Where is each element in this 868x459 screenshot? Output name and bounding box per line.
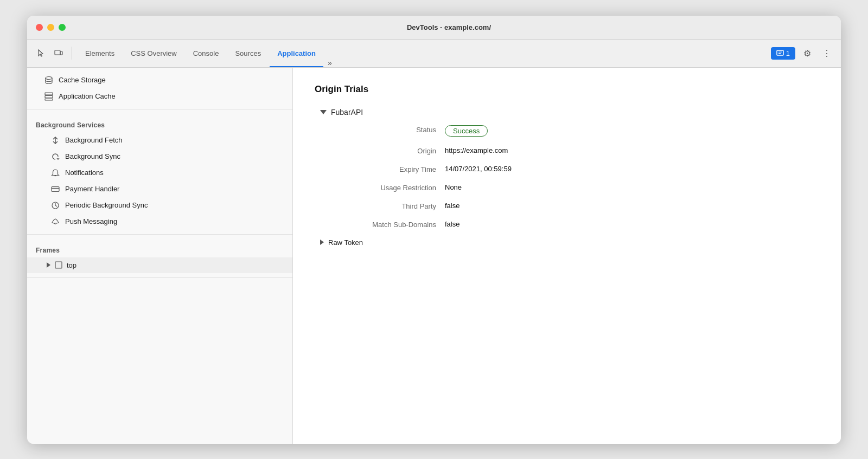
periodic-background-sync-icon [51,201,60,210]
usage-restriction-label: Usage Restriction [336,183,445,192]
sidebar-item-periodic-background-sync[interactable]: Periodic Background Sync [27,197,292,214]
more-options-button[interactable]: ⋮ [819,46,834,61]
tab-css-overview[interactable]: CSS Overview [123,40,184,67]
page-title: Origin Trials [315,84,819,95]
sidebar-item-push-messaging[interactable]: Push Messaging [27,214,292,230]
expiry-value: 14/07/2021, 00:59:59 [445,165,512,173]
toolbar-tabs: Elements CSS Overview Console Sources Ap… [78,40,769,67]
svg-line-15 [55,205,57,206]
sidebar: Cache Storage Application Cache Backgrou [27,68,293,444]
traffic-lights [36,24,66,31]
frames-header: Frames [27,239,292,257]
main-area: Cache Storage Application Cache Backgrou [27,68,841,444]
devtools-window: DevTools - example.com/ Elements CSS Ove… [27,16,841,444]
toolbar-right: 1 ⚙ ⋮ [771,46,834,61]
detail-row-third-party: Third Party false [336,202,819,210]
status-badge: Success [445,125,488,137]
tab-elements[interactable]: Elements [78,40,122,67]
raw-token-row[interactable]: Raw Token [320,238,819,247]
cursor-icon-button[interactable] [34,46,49,61]
status-value: Success [445,125,488,137]
sidebar-item-notifications[interactable]: Notifications [27,165,292,181]
device-toggle-button[interactable] [51,46,66,61]
svg-rect-16 [55,262,62,268]
detail-row-match-subdomains: Match Sub-Domains false [336,220,819,229]
status-label: Status [336,125,445,134]
background-services-header: Background Services [27,114,292,132]
third-party-label: Third Party [336,202,445,210]
detail-row-status: Status Success [336,125,819,137]
sidebar-item-top[interactable]: top [27,257,292,273]
frames-section: Frames top [27,235,292,278]
expiry-label: Expiry Time [336,165,445,173]
close-button[interactable] [36,24,43,31]
minimize-button[interactable] [47,24,54,31]
gear-icon: ⚙ [803,48,811,59]
settings-button[interactable]: ⚙ [800,46,815,61]
background-services-section: Background Services Background Fetch [27,109,292,235]
detail-row-usage-restriction: Usage Restriction None [336,183,819,192]
third-party-value: false [445,202,459,210]
issues-badge-button[interactable]: 1 [771,47,795,60]
tab-console[interactable]: Console [186,40,227,67]
origin-value: https://example.com [445,146,508,154]
titlebar: DevTools - example.com/ [27,16,841,40]
content-panel: Origin Trials FubarAPI Status Success [293,68,841,444]
application-cache-icon [44,92,53,101]
cursor-icon [37,49,46,57]
sidebar-item-payment-handler[interactable]: Payment Handler [27,181,292,197]
svg-rect-8 [45,99,53,100]
sidebar-item-background-fetch[interactable]: Background Fetch [27,132,292,148]
api-group-fubar: FubarAPI Status Success Origin h [315,108,819,247]
svg-rect-7 [45,95,53,98]
more-tabs-button[interactable]: » [324,59,335,67]
storage-section: Cache Storage Application Cache [27,68,292,109]
detail-row-origin: Origin https://example.com [336,146,819,155]
tab-sources[interactable]: Sources [227,40,269,67]
detail-row-expiry: Expiry Time 14/07/2021, 00:59:59 [336,165,819,173]
sidebar-item-application-cache[interactable]: Application Cache [27,88,292,105]
collapse-icon [320,110,327,114]
toolbar-divider [72,47,72,60]
match-subdomains-label: Match Sub-Domains [336,220,445,229]
raw-token-label: Raw Token [328,238,363,247]
tab-application[interactable]: Application [270,40,323,67]
svg-rect-11 [52,186,59,191]
raw-token-expand-icon [320,240,324,245]
device-icon [54,49,63,57]
notifications-icon [51,169,60,177]
background-fetch-icon [51,136,60,145]
svg-point-5 [46,76,52,79]
svg-rect-2 [777,50,783,55]
svg-rect-1 [60,51,62,55]
payment-handler-icon [51,185,60,193]
push-messaging-icon [51,217,60,226]
window-title: DevTools - example.com/ [66,23,832,31]
issues-icon [776,49,784,57]
origin-label: Origin [336,146,445,155]
dots-icon: ⋮ [822,48,831,59]
svg-rect-6 [45,93,53,95]
usage-restriction-value: None [445,183,462,191]
api-group-header[interactable]: FubarAPI [320,108,819,117]
svg-rect-0 [55,50,60,55]
background-sync-icon [51,152,60,161]
maximize-button[interactable] [59,24,66,31]
toolbar: Elements CSS Overview Console Sources Ap… [27,40,841,68]
frame-icon [55,261,62,269]
triangle-right-icon [47,262,50,268]
sidebar-item-cache-storage[interactable]: Cache Storage [27,72,292,88]
cache-storage-icon [44,76,53,85]
sidebar-item-background-sync[interactable]: Background Sync [27,148,292,165]
match-subdomains-value: false [445,220,459,228]
